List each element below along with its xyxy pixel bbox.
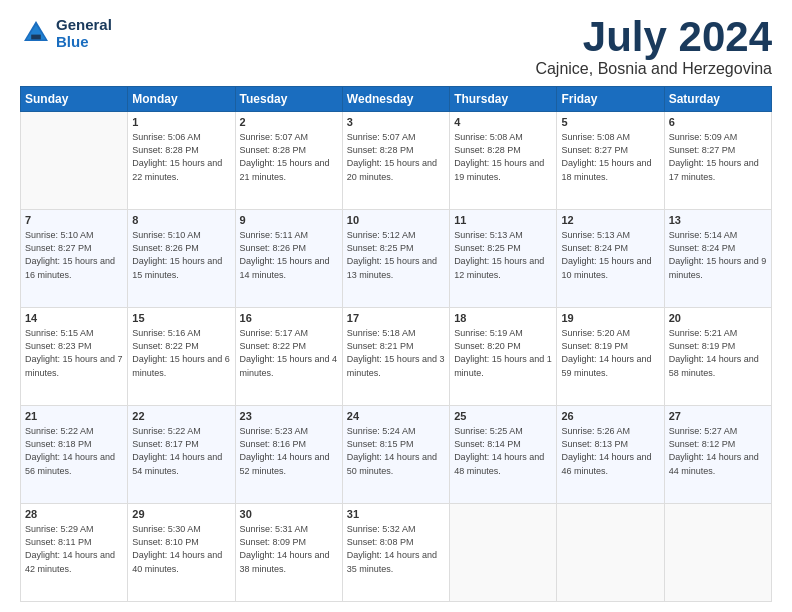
day-info: Sunrise: 5:32 AMSunset: 8:08 PMDaylight:… <box>347 523 445 575</box>
day-info: Sunrise: 5:26 AMSunset: 8:13 PMDaylight:… <box>561 425 659 477</box>
day-info: Sunrise: 5:09 AMSunset: 8:27 PMDaylight:… <box>669 131 767 183</box>
calendar-week-row: 1Sunrise: 5:06 AMSunset: 8:28 PMDaylight… <box>21 112 772 210</box>
table-row: 6Sunrise: 5:09 AMSunset: 8:27 PMDaylight… <box>664 112 771 210</box>
day-info: Sunrise: 5:20 AMSunset: 8:19 PMDaylight:… <box>561 327 659 379</box>
day-number: 14 <box>25 311 123 326</box>
day-info: Sunrise: 5:06 AMSunset: 8:28 PMDaylight:… <box>132 131 230 183</box>
day-number: 17 <box>347 311 445 326</box>
table-row: 11Sunrise: 5:13 AMSunset: 8:25 PMDayligh… <box>450 210 557 308</box>
day-info: Sunrise: 5:08 AMSunset: 8:27 PMDaylight:… <box>561 131 659 183</box>
day-info: Sunrise: 5:11 AMSunset: 8:26 PMDaylight:… <box>240 229 338 281</box>
day-number: 23 <box>240 409 338 424</box>
day-number: 29 <box>132 507 230 522</box>
logo: General Blue <box>20 16 112 50</box>
table-row <box>21 112 128 210</box>
day-info: Sunrise: 5:25 AMSunset: 8:14 PMDaylight:… <box>454 425 552 477</box>
day-info: Sunrise: 5:31 AMSunset: 8:09 PMDaylight:… <box>240 523 338 575</box>
day-number: 16 <box>240 311 338 326</box>
day-info: Sunrise: 5:19 AMSunset: 8:20 PMDaylight:… <box>454 327 552 379</box>
day-number: 1 <box>132 115 230 130</box>
table-row: 21Sunrise: 5:22 AMSunset: 8:18 PMDayligh… <box>21 406 128 504</box>
day-number: 30 <box>240 507 338 522</box>
day-info: Sunrise: 5:22 AMSunset: 8:17 PMDaylight:… <box>132 425 230 477</box>
table-row: 17Sunrise: 5:18 AMSunset: 8:21 PMDayligh… <box>342 308 449 406</box>
table-row: 27Sunrise: 5:27 AMSunset: 8:12 PMDayligh… <box>664 406 771 504</box>
col-sunday: Sunday <box>21 87 128 112</box>
table-row: 10Sunrise: 5:12 AMSunset: 8:25 PMDayligh… <box>342 210 449 308</box>
day-number: 6 <box>669 115 767 130</box>
day-info: Sunrise: 5:14 AMSunset: 8:24 PMDaylight:… <box>669 229 767 281</box>
day-info: Sunrise: 5:27 AMSunset: 8:12 PMDaylight:… <box>669 425 767 477</box>
day-number: 11 <box>454 213 552 228</box>
calendar-header-row: Sunday Monday Tuesday Wednesday Thursday… <box>21 87 772 112</box>
col-monday: Monday <box>128 87 235 112</box>
day-number: 12 <box>561 213 659 228</box>
day-info: Sunrise: 5:10 AMSunset: 8:26 PMDaylight:… <box>132 229 230 281</box>
day-number: 7 <box>25 213 123 228</box>
table-row: 14Sunrise: 5:15 AMSunset: 8:23 PMDayligh… <box>21 308 128 406</box>
day-info: Sunrise: 5:13 AMSunset: 8:24 PMDaylight:… <box>561 229 659 281</box>
day-number: 25 <box>454 409 552 424</box>
month-title: July 2024 <box>535 16 772 58</box>
day-number: 21 <box>25 409 123 424</box>
col-thursday: Thursday <box>450 87 557 112</box>
day-number: 20 <box>669 311 767 326</box>
table-row <box>664 504 771 602</box>
table-row: 19Sunrise: 5:20 AMSunset: 8:19 PMDayligh… <box>557 308 664 406</box>
table-row: 28Sunrise: 5:29 AMSunset: 8:11 PMDayligh… <box>21 504 128 602</box>
day-info: Sunrise: 5:29 AMSunset: 8:11 PMDaylight:… <box>25 523 123 575</box>
day-number: 22 <box>132 409 230 424</box>
table-row <box>450 504 557 602</box>
svg-rect-2 <box>31 35 41 40</box>
table-row: 18Sunrise: 5:19 AMSunset: 8:20 PMDayligh… <box>450 308 557 406</box>
day-number: 4 <box>454 115 552 130</box>
calendar-week-row: 21Sunrise: 5:22 AMSunset: 8:18 PMDayligh… <box>21 406 772 504</box>
day-number: 9 <box>240 213 338 228</box>
title-block: July 2024 Cajnice, Bosnia and Herzegovin… <box>535 16 772 78</box>
day-number: 2 <box>240 115 338 130</box>
table-row: 30Sunrise: 5:31 AMSunset: 8:09 PMDayligh… <box>235 504 342 602</box>
logo-text: General Blue <box>56 16 112 50</box>
table-row: 1Sunrise: 5:06 AMSunset: 8:28 PMDaylight… <box>128 112 235 210</box>
table-row: 3Sunrise: 5:07 AMSunset: 8:28 PMDaylight… <box>342 112 449 210</box>
table-row: 4Sunrise: 5:08 AMSunset: 8:28 PMDaylight… <box>450 112 557 210</box>
table-row: 8Sunrise: 5:10 AMSunset: 8:26 PMDaylight… <box>128 210 235 308</box>
col-wednesday: Wednesday <box>342 87 449 112</box>
location-subtitle: Cajnice, Bosnia and Herzegovina <box>535 60 772 78</box>
table-row: 29Sunrise: 5:30 AMSunset: 8:10 PMDayligh… <box>128 504 235 602</box>
day-info: Sunrise: 5:18 AMSunset: 8:21 PMDaylight:… <box>347 327 445 379</box>
day-info: Sunrise: 5:12 AMSunset: 8:25 PMDaylight:… <box>347 229 445 281</box>
table-row: 22Sunrise: 5:22 AMSunset: 8:17 PMDayligh… <box>128 406 235 504</box>
col-friday: Friday <box>557 87 664 112</box>
table-row: 7Sunrise: 5:10 AMSunset: 8:27 PMDaylight… <box>21 210 128 308</box>
day-info: Sunrise: 5:30 AMSunset: 8:10 PMDaylight:… <box>132 523 230 575</box>
day-info: Sunrise: 5:07 AMSunset: 8:28 PMDaylight:… <box>347 131 445 183</box>
day-number: 26 <box>561 409 659 424</box>
header: General Blue July 2024 Cajnice, Bosnia a… <box>20 16 772 78</box>
day-info: Sunrise: 5:24 AMSunset: 8:15 PMDaylight:… <box>347 425 445 477</box>
calendar-week-row: 7Sunrise: 5:10 AMSunset: 8:27 PMDaylight… <box>21 210 772 308</box>
table-row: 5Sunrise: 5:08 AMSunset: 8:27 PMDaylight… <box>557 112 664 210</box>
table-row: 15Sunrise: 5:16 AMSunset: 8:22 PMDayligh… <box>128 308 235 406</box>
page: General Blue July 2024 Cajnice, Bosnia a… <box>0 0 792 612</box>
table-row: 2Sunrise: 5:07 AMSunset: 8:28 PMDaylight… <box>235 112 342 210</box>
day-number: 18 <box>454 311 552 326</box>
table-row: 23Sunrise: 5:23 AMSunset: 8:16 PMDayligh… <box>235 406 342 504</box>
day-number: 3 <box>347 115 445 130</box>
table-row: 20Sunrise: 5:21 AMSunset: 8:19 PMDayligh… <box>664 308 771 406</box>
table-row: 9Sunrise: 5:11 AMSunset: 8:26 PMDaylight… <box>235 210 342 308</box>
day-number: 8 <box>132 213 230 228</box>
day-info: Sunrise: 5:17 AMSunset: 8:22 PMDaylight:… <box>240 327 338 379</box>
day-number: 5 <box>561 115 659 130</box>
col-saturday: Saturday <box>664 87 771 112</box>
calendar-week-row: 14Sunrise: 5:15 AMSunset: 8:23 PMDayligh… <box>21 308 772 406</box>
day-number: 10 <box>347 213 445 228</box>
day-info: Sunrise: 5:10 AMSunset: 8:27 PMDaylight:… <box>25 229 123 281</box>
day-number: 15 <box>132 311 230 326</box>
day-info: Sunrise: 5:22 AMSunset: 8:18 PMDaylight:… <box>25 425 123 477</box>
day-number: 19 <box>561 311 659 326</box>
table-row: 13Sunrise: 5:14 AMSunset: 8:24 PMDayligh… <box>664 210 771 308</box>
day-number: 31 <box>347 507 445 522</box>
day-info: Sunrise: 5:16 AMSunset: 8:22 PMDaylight:… <box>132 327 230 379</box>
calendar-table: Sunday Monday Tuesday Wednesday Thursday… <box>20 86 772 602</box>
